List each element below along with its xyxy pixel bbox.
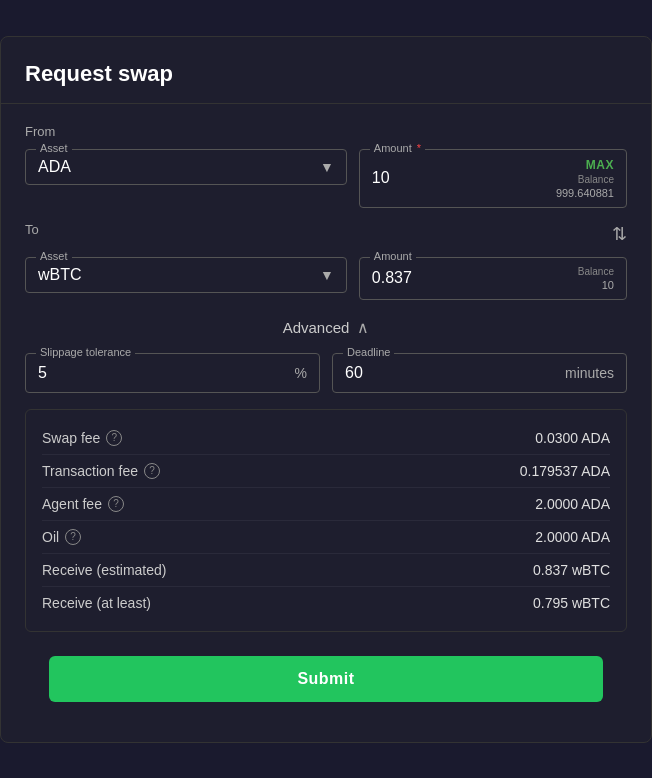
request-swap-card: Request swap From Asset ADA ▼ Amount *	[0, 36, 652, 743]
fee-value: 2.0000 ADA	[535, 496, 610, 512]
fee-row: Transaction fee?0.179537 ADA	[42, 454, 610, 487]
to-amount-input[interactable]	[372, 269, 452, 287]
advanced-chevron-icon: ∧	[357, 318, 369, 337]
fee-label-group: Agent fee?	[42, 496, 124, 512]
fee-label: Transaction fee	[42, 463, 138, 479]
from-amount-right: MAX Balance 999.640881	[556, 158, 614, 199]
fee-value: 0.795 wBTC	[533, 595, 610, 611]
to-label: To	[25, 222, 39, 237]
from-balance-label: Balance	[578, 174, 614, 185]
deadline-field: Deadline minutes	[332, 353, 627, 393]
from-amount-wrapper: MAX Balance 999.640881	[372, 158, 614, 199]
fee-value: 2.0000 ADA	[535, 529, 610, 545]
fee-row: Receive (at least)0.795 wBTC	[42, 586, 610, 619]
fees-section: Swap fee?0.0300 ADATransaction fee?0.179…	[25, 409, 627, 632]
slippage-label: Slippage tolerance	[36, 346, 135, 358]
fee-label-group: Transaction fee?	[42, 463, 160, 479]
to-asset-chevron-icon: ▼	[320, 267, 334, 283]
page-title: Request swap	[1, 37, 651, 104]
to-balance-label: Balance	[578, 266, 614, 277]
from-amount-input[interactable]	[372, 169, 452, 187]
fee-label-group: Receive (estimated)	[42, 562, 167, 578]
fee-value: 0.0300 ADA	[535, 430, 610, 446]
from-amount-group: Amount * MAX Balance 999.640881	[359, 149, 627, 208]
from-label: From	[25, 124, 627, 139]
advanced-toggle[interactable]: Advanced ∧	[25, 318, 627, 337]
to-amount-field: Amount Balance 10	[359, 257, 627, 300]
fee-label: Receive (estimated)	[42, 562, 167, 578]
to-row: Asset wBTC ▼ Amount Balance 10	[25, 257, 627, 300]
to-asset-field[interactable]: Asset wBTC ▼	[25, 257, 347, 293]
info-icon[interactable]: ?	[144, 463, 160, 479]
info-icon[interactable]: ?	[108, 496, 124, 512]
advanced-label: Advanced	[283, 319, 350, 336]
slippage-unit: %	[295, 365, 307, 381]
info-icon[interactable]: ?	[65, 529, 81, 545]
from-amount-field: Amount * MAX Balance 999.640881	[359, 149, 627, 208]
slippage-field: Slippage tolerance %	[25, 353, 320, 393]
slippage-input[interactable]	[38, 364, 253, 382]
fee-value: 0.837 wBTC	[533, 562, 610, 578]
card-body: From Asset ADA ▼ Amount *	[1, 104, 651, 722]
fee-row: Oil?2.0000 ADA	[42, 520, 610, 553]
info-icon[interactable]: ?	[106, 430, 122, 446]
from-asset-label: Asset	[36, 142, 72, 154]
swap-arrows-icon: ⇅	[612, 223, 627, 245]
max-button[interactable]: MAX	[586, 158, 614, 172]
from-asset-chevron-icon: ▼	[320, 159, 334, 175]
fee-label-group: Swap fee?	[42, 430, 122, 446]
fee-label: Agent fee	[42, 496, 102, 512]
from-asset-field[interactable]: Asset ADA ▼	[25, 149, 347, 185]
from-asset-value: ADA	[38, 158, 71, 176]
to-section-header: To ⇅	[25, 222, 627, 247]
from-asset-group: Asset ADA ▼	[25, 149, 347, 208]
to-asset-label: Asset	[36, 250, 72, 262]
fee-label-group: Oil?	[42, 529, 81, 545]
deadline-label: Deadline	[343, 346, 394, 358]
from-row: Asset ADA ▼ Amount * MAX	[25, 149, 627, 208]
settings-row: Slippage tolerance % Deadline minutes	[25, 353, 627, 393]
deadline-input[interactable]	[345, 364, 560, 382]
from-amount-required: *	[414, 142, 421, 154]
fee-value: 0.179537 ADA	[520, 463, 610, 479]
to-amount-right: Balance 10	[578, 266, 614, 291]
to-asset-value: wBTC	[38, 266, 82, 284]
fee-row: Agent fee?2.0000 ADA	[42, 487, 610, 520]
fee-label-group: Receive (at least)	[42, 595, 151, 611]
slippage-input-row: %	[38, 364, 307, 382]
fee-label: Swap fee	[42, 430, 100, 446]
from-amount-label: Amount *	[370, 142, 425, 154]
to-asset-group: Asset wBTC ▼	[25, 257, 347, 300]
submit-button[interactable]: Submit	[49, 656, 603, 702]
from-balance-value: 999.640881	[556, 187, 614, 199]
fee-label: Receive (at least)	[42, 595, 151, 611]
from-asset-select[interactable]: ADA ▼	[38, 158, 334, 176]
to-asset-select[interactable]: wBTC ▼	[38, 266, 334, 284]
swap-direction-button[interactable]: ⇅	[612, 223, 627, 245]
fee-row: Swap fee?0.0300 ADA	[42, 422, 610, 454]
fee-label: Oil	[42, 529, 59, 545]
to-amount-group: Amount Balance 10	[359, 257, 627, 300]
to-balance-value: 10	[602, 279, 614, 291]
fee-row: Receive (estimated)0.837 wBTC	[42, 553, 610, 586]
to-amount-wrapper: Balance 10	[372, 266, 614, 291]
to-amount-label: Amount	[370, 250, 416, 262]
deadline-unit: minutes	[565, 365, 614, 381]
deadline-input-row: minutes	[345, 364, 614, 382]
